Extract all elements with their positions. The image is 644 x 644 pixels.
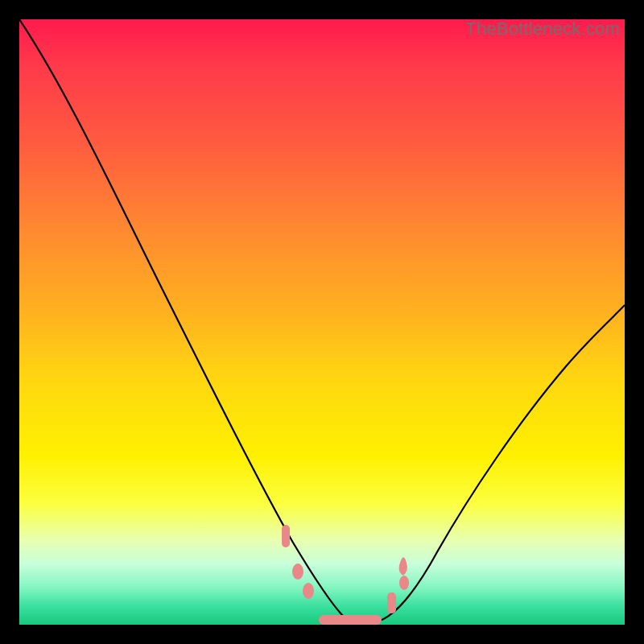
svg-rect-3 [319, 615, 382, 625]
marker-cluster-left [282, 525, 314, 599]
svg-rect-0 [282, 525, 290, 547]
curve-path [19, 19, 625, 623]
svg-rect-4 [387, 592, 396, 613]
svg-point-5 [399, 576, 409, 590]
marker-trough [319, 615, 382, 625]
plot-area: TheBottleneck.com [19, 19, 625, 625]
bottleneck-curve [19, 19, 625, 625]
svg-point-2 [303, 583, 314, 599]
chart-frame: TheBottleneck.com [0, 0, 644, 644]
marker-cluster-right [387, 557, 409, 613]
svg-point-1 [292, 564, 303, 580]
